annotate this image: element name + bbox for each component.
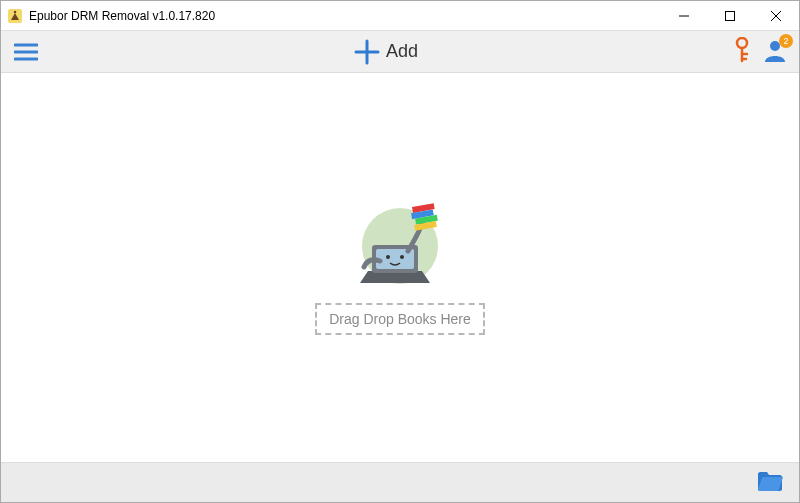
maximize-button[interactable]	[707, 1, 753, 30]
app-icon	[7, 8, 23, 24]
add-button[interactable]: Add	[354, 39, 418, 65]
drop-illustration-icon	[350, 201, 450, 291]
svg-point-1	[14, 10, 17, 13]
folder-icon	[757, 471, 783, 491]
close-button[interactable]	[753, 1, 799, 30]
minimize-button[interactable]	[661, 1, 707, 30]
key-button[interactable]	[733, 37, 751, 67]
window-title: Epubor DRM Removal v1.0.17.820	[29, 9, 661, 23]
menu-button[interactable]	[13, 39, 39, 65]
user-button[interactable]: 2	[763, 38, 787, 66]
hamburger-icon	[14, 43, 38, 61]
svg-point-19	[386, 255, 390, 259]
drop-hint-label: Drag Drop Books Here	[315, 303, 485, 335]
toolbar: Add 2	[1, 31, 799, 73]
key-icon	[733, 37, 751, 63]
add-label: Add	[386, 41, 418, 62]
toolbar-center: Add	[39, 39, 733, 65]
svg-point-20	[400, 255, 404, 259]
main-content[interactable]: Drag Drop Books Here	[1, 73, 799, 462]
bottombar	[1, 462, 799, 502]
svg-point-11	[737, 38, 747, 48]
window-controls	[661, 1, 799, 30]
svg-rect-3	[726, 11, 735, 20]
toolbar-right: 2	[733, 37, 787, 67]
plus-icon	[354, 39, 380, 65]
open-folder-button[interactable]	[757, 471, 783, 495]
titlebar: Epubor DRM Removal v1.0.17.820	[1, 1, 799, 31]
user-badge: 2	[779, 34, 793, 48]
